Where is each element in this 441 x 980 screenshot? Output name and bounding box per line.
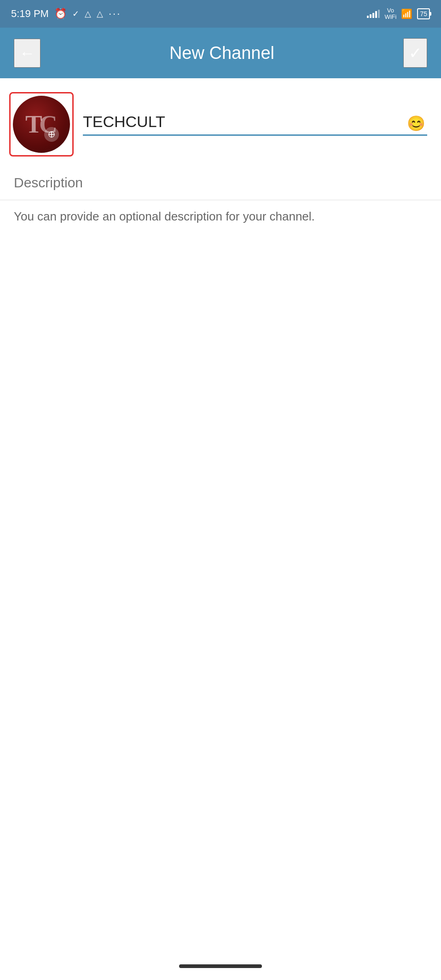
battery-level: 75 [420,10,427,17]
home-indicator [179,964,262,968]
drive-icon-2: △ [97,9,103,19]
wifi-icon: 📶 [401,8,412,19]
description-input[interactable] [14,175,427,195]
description-section [0,166,441,200]
emoji-button[interactable]: 😊 [405,113,427,134]
status-bar-right: Vo WiFi 📶 75 [367,7,430,21]
check-icon: ✓ [72,9,79,19]
avatar-wrapper[interactable]: T C [9,92,74,157]
profile-row: T C 😊 [0,78,441,166]
confirm-button[interactable]: ✓ [403,38,427,68]
avatar-circle: T C [13,96,70,153]
page-title: New Channel [169,43,274,63]
vo-wifi-label: Vo WiFi [384,7,396,21]
signal-icon [367,10,380,18]
description-hint: You can provide an optional description … [0,200,441,233]
bottom-bar [0,952,441,980]
app-bar: ← New Channel ✓ [0,28,441,78]
status-bar: 5:19 PM ⏰ ✓ △ △ ··· Vo WiFi 📶 75 [0,0,441,28]
svg-rect-4 [51,131,52,138]
dots-menu-icon: ··· [109,8,121,20]
alarm-icon: ⏰ [54,8,67,20]
main-content: T C 😊 You can provide an optional descri… [0,78,441,233]
time-display: 5:19 PM [11,8,49,20]
back-button[interactable]: ← [14,39,41,68]
channel-name-input[interactable] [83,113,427,136]
battery-indicator: 75 [417,8,430,19]
drive-icon-1: △ [85,9,91,19]
avatar-svg: T C [18,101,64,147]
status-bar-left: 5:19 PM ⏰ ✓ △ △ ··· [11,8,121,20]
name-input-area: 😊 [83,113,427,136]
